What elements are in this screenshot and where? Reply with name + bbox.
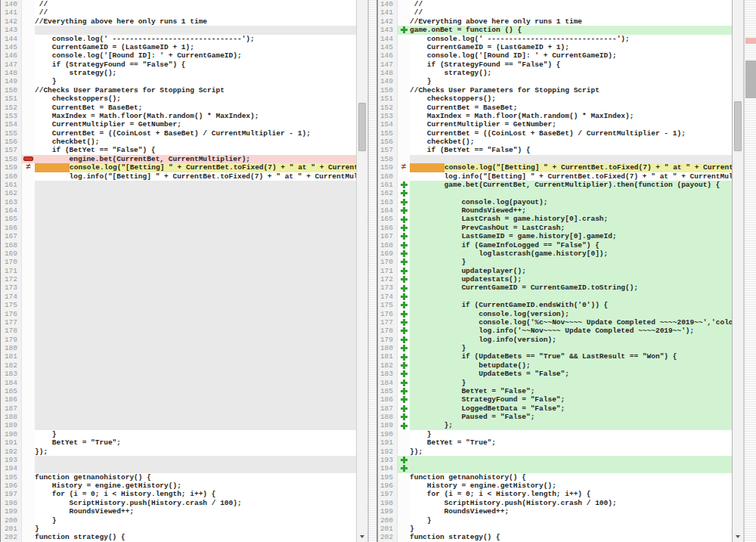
code-line[interactable]: if (StrategyFound == "False") { bbox=[35, 60, 356, 69]
code-line[interactable]: strategy(); bbox=[35, 69, 356, 77]
code-line[interactable] bbox=[35, 215, 356, 223]
code-line[interactable]: betupdate(); bbox=[410, 361, 732, 370]
code-line[interactable]: } bbox=[35, 525, 356, 533]
code-line[interactable]: //Everything above here only runs 1 time bbox=[35, 17, 356, 26]
left-scrollbar-thumb[interactable] bbox=[358, 103, 366, 151]
code-line[interactable]: } bbox=[410, 344, 732, 352]
code-line[interactable] bbox=[35, 387, 356, 395]
code-line[interactable] bbox=[410, 293, 732, 301]
code-line[interactable]: History = engine.getHistory(); bbox=[410, 482, 732, 490]
code-line[interactable]: checkstoppers(); bbox=[35, 94, 356, 103]
code-line[interactable]: }); bbox=[410, 448, 732, 456]
code-line[interactable]: }; bbox=[410, 421, 732, 429]
code-line[interactable]: MaxIndex = Math.floor(Math.random() * Ma… bbox=[35, 112, 356, 120]
code-line[interactable]: for (i = 0; i < History.length; i++) { bbox=[35, 490, 356, 498]
code-line[interactable] bbox=[35, 293, 356, 301]
code-line[interactable]: for (i = 0; i < History.length; i++) { bbox=[410, 490, 732, 498]
code-line[interactable]: log.info("[Betting] " + CurrentBet.toFix… bbox=[410, 172, 732, 181]
code-line[interactable] bbox=[35, 456, 356, 464]
left-vertical-scrollbar[interactable] bbox=[356, 0, 368, 542]
code-line[interactable]: CurrentMultiplier = GetNumber; bbox=[410, 120, 732, 129]
code-line[interactable]: CurrentMultiplier = GetNumber; bbox=[35, 120, 356, 129]
code-line[interactable] bbox=[410, 464, 732, 472]
code-line[interactable]: if (GameInfoLogged == "False") { bbox=[410, 241, 732, 249]
code-line[interactable] bbox=[35, 352, 356, 361]
code-line[interactable]: console.log(payout); bbox=[410, 198, 732, 206]
code-line[interactable] bbox=[35, 198, 356, 206]
code-line[interactable]: console.log("[Betting] " + CurrentBet.to… bbox=[35, 163, 356, 172]
code-line[interactable]: updateplayer(); bbox=[410, 267, 732, 275]
code-line[interactable]: console.log(version); bbox=[410, 310, 732, 318]
code-line[interactable] bbox=[35, 26, 356, 34]
code-line[interactable] bbox=[35, 206, 356, 215]
code-line[interactable]: function strategy() { bbox=[410, 533, 732, 541]
code-line[interactable]: loglastcrash(game.history[0]); bbox=[410, 249, 732, 258]
code-line[interactable]: console.log('[Round ID]: ' + CurrentGame… bbox=[410, 51, 732, 60]
code-line[interactable]: CurrentGameID = CurrentGameID.toString()… bbox=[410, 283, 732, 292]
code-line[interactable]: strategy(); bbox=[410, 69, 732, 77]
code-line[interactable]: checkstoppers(); bbox=[410, 94, 732, 103]
code-line[interactable] bbox=[35, 301, 356, 309]
code-line[interactable] bbox=[35, 370, 356, 378]
code-line[interactable]: console.log('[Round ID]: ' + CurrentGame… bbox=[35, 51, 356, 60]
code-line[interactable] bbox=[35, 404, 356, 413]
code-line[interactable]: LoggedBetData = "False"; bbox=[410, 404, 732, 413]
code-line[interactable]: PrevCashOut = LastCrash; bbox=[410, 224, 732, 232]
code-line[interactable]: if (CurrentGameID.endsWith('0')) { bbox=[410, 301, 732, 309]
code-line[interactable]: } bbox=[410, 379, 732, 387]
code-line[interactable]: log.info("[Betting] " + CurrentBet.toFix… bbox=[35, 172, 356, 181]
code-line[interactable] bbox=[35, 181, 356, 189]
code-line[interactable] bbox=[35, 421, 356, 429]
code-line[interactable] bbox=[410, 155, 732, 163]
code-line[interactable]: RoundsViewed++; bbox=[410, 507, 732, 516]
code-line[interactable]: log.info('~~Nov~~~~ Update Completed ~~~… bbox=[410, 327, 732, 335]
code-line[interactable] bbox=[35, 379, 356, 387]
code-line[interactable]: CurrentBet = ((CoinLost + BaseBet) / Cur… bbox=[35, 129, 356, 138]
code-line[interactable]: //Everything above here only runs 1 time bbox=[410, 17, 732, 26]
right-vertical-scrollbar[interactable] bbox=[732, 0, 744, 542]
code-line[interactable] bbox=[35, 249, 356, 258]
code-line[interactable]: UpdateBets = "False"; bbox=[410, 370, 732, 378]
code-line[interactable] bbox=[35, 232, 356, 240]
code-line[interactable] bbox=[35, 310, 356, 318]
code-line[interactable] bbox=[35, 318, 356, 327]
code-line[interactable]: checkbet(); bbox=[410, 138, 732, 146]
code-line[interactable]: BetYet = "True"; bbox=[410, 438, 732, 447]
code-line[interactable]: ScriptHistory.push(History.crash / 100); bbox=[35, 499, 356, 507]
code-line[interactable]: if (BetYet == "False") { bbox=[35, 146, 356, 154]
code-line[interactable]: } bbox=[410, 258, 732, 266]
code-line[interactable]: RoundsViewed++; bbox=[35, 507, 356, 516]
code-line[interactable]: ScriptHistory.push(History.crash / 100); bbox=[410, 499, 732, 507]
code-line[interactable]: } bbox=[35, 77, 356, 85]
code-line[interactable]: //Checks User Parameters for Stopping Sc… bbox=[410, 86, 732, 94]
code-line[interactable]: console.log(' --------------------------… bbox=[35, 35, 356, 43]
code-line[interactable] bbox=[35, 189, 356, 197]
code-line[interactable] bbox=[35, 336, 356, 344]
code-line[interactable]: MaxIndex = Math.floor(Math.random() * Ma… bbox=[410, 112, 732, 120]
code-line[interactable]: // bbox=[35, 0, 356, 8]
code-line[interactable]: CurrentBet = ((CoinLost + BaseBet) / Cur… bbox=[410, 129, 732, 138]
code-line[interactable]: // bbox=[35, 8, 356, 17]
code-line[interactable] bbox=[35, 327, 356, 335]
code-line[interactable] bbox=[35, 395, 356, 404]
code-line[interactable]: if (UpdateBets == "True" && LastResult =… bbox=[410, 352, 732, 361]
code-line[interactable]: } bbox=[410, 430, 732, 438]
code-line[interactable]: }); bbox=[35, 448, 356, 456]
code-line[interactable]: CurrentGameID = (LastGameID + 1); bbox=[410, 43, 732, 51]
code-line[interactable]: BetYet = "True"; bbox=[35, 438, 356, 447]
code-line[interactable]: } bbox=[410, 77, 732, 85]
code-line[interactable] bbox=[35, 275, 356, 283]
code-line[interactable]: function getnanohistory() { bbox=[410, 473, 732, 482]
code-line[interactable]: CurrentBet = BaseBet; bbox=[410, 104, 732, 112]
code-line[interactable]: console.log("[Betting] " + CurrentBet.to… bbox=[410, 163, 732, 172]
code-line[interactable]: RoundsViewed++; bbox=[410, 206, 732, 215]
code-line[interactable]: updatestats(); bbox=[410, 275, 732, 283]
code-line[interactable]: } bbox=[35, 516, 356, 525]
code-line[interactable]: game.onBet = function () { bbox=[410, 26, 732, 34]
code-line[interactable] bbox=[410, 456, 732, 464]
code-line[interactable] bbox=[35, 224, 356, 232]
code-line[interactable] bbox=[35, 241, 356, 249]
code-line[interactable] bbox=[35, 464, 356, 472]
code-line[interactable] bbox=[35, 283, 356, 292]
code-line[interactable]: //Checks User Parameters for Stopping Sc… bbox=[35, 86, 356, 94]
